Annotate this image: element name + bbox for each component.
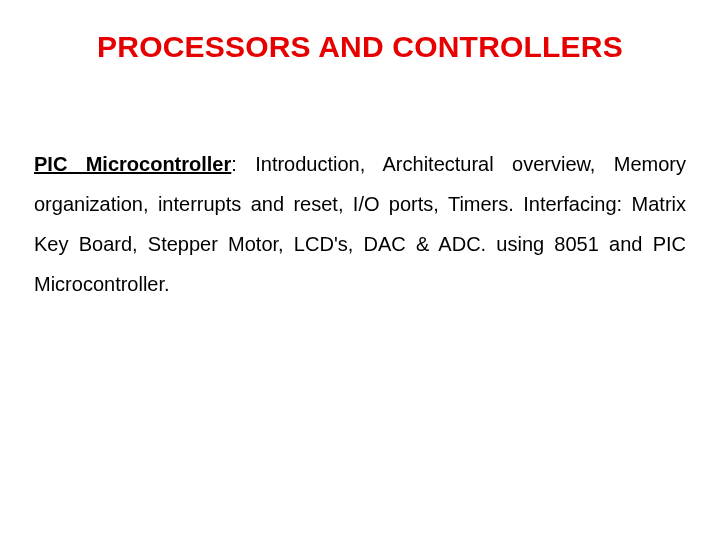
body-paragraph: PIC Microcontroller: Introduction, Archi… <box>34 144 686 304</box>
slide-container: PROCESSORS AND CONTROLLERS PIC Microcont… <box>0 0 720 540</box>
topic-label: PIC Microcontroller <box>34 153 231 175</box>
page-title: PROCESSORS AND CONTROLLERS <box>34 30 686 64</box>
